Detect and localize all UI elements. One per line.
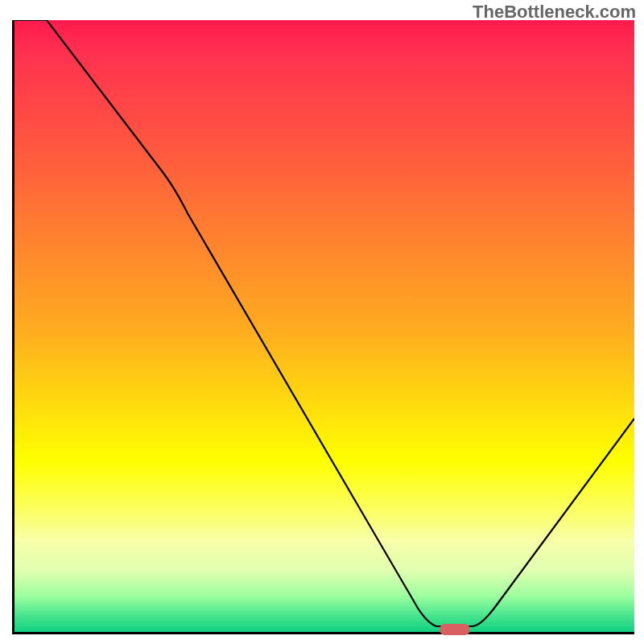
watermark-text: TheBottleneck.com	[473, 2, 636, 23]
chart-background-gradient	[14, 20, 634, 632]
chart-optimal-marker	[440, 624, 470, 635]
chart-plot-area	[12, 20, 634, 634]
